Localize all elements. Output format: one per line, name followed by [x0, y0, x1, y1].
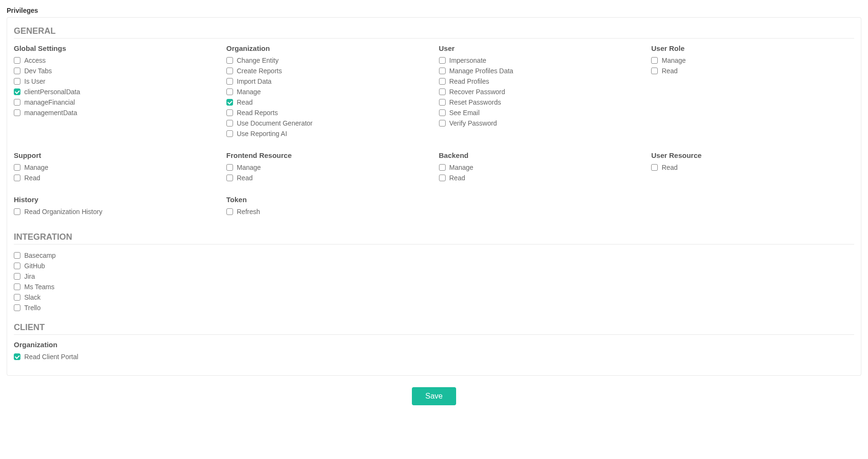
- privilege-checkbox[interactable]: [439, 78, 446, 85]
- privilege-checkbox[interactable]: [14, 175, 20, 181]
- privilege-checkbox[interactable]: [14, 273, 20, 280]
- privilege-row: Use Document Generator: [226, 118, 429, 128]
- group-organization: Organization Change EntityCreate Reports…: [226, 44, 429, 139]
- group-user-role: User Role ManageRead: [651, 44, 854, 139]
- privilege-checkbox[interactable]: [226, 208, 233, 215]
- priv-list: ManageRead: [14, 162, 217, 183]
- privileges-panel: GENERAL Global Settings AccessDev TabsIs…: [7, 17, 861, 376]
- privilege-label: Read: [237, 98, 253, 106]
- privilege-row: GitHub: [14, 261, 854, 271]
- privilege-checkbox[interactable]: [226, 99, 233, 106]
- priv-list: Read Organization History: [14, 206, 217, 217]
- privilege-checkbox[interactable]: [14, 353, 20, 360]
- group-user: User ImpersonateManage Profiles DataRead…: [439, 44, 642, 139]
- privilege-row: Read: [651, 162, 854, 173]
- privilege-row: Recover Password: [439, 87, 642, 97]
- group-title: Backend: [439, 151, 642, 159]
- privilege-row: Impersonate: [439, 55, 642, 66]
- privilege-label: Read Profiles: [449, 78, 489, 85]
- privilege-checkbox[interactable]: [226, 164, 233, 171]
- section-heading-integration: INTEGRATION: [14, 229, 854, 244]
- privilege-checkbox[interactable]: [14, 283, 20, 290]
- privilege-row: Read: [226, 97, 429, 107]
- privilege-checkbox[interactable]: [651, 57, 658, 64]
- privilege-label: Read: [237, 174, 253, 182]
- group-title: User Resource: [651, 151, 854, 159]
- privilege-checkbox[interactable]: [226, 57, 233, 64]
- group-integration: BasecampGitHubJiraMs TeamsSlackTrello: [14, 250, 854, 313]
- general-row-2: Support ManageRead Frontend Resource Man…: [14, 151, 854, 190]
- group-title: Global Settings: [14, 44, 217, 52]
- group-global-settings: Global Settings AccessDev TabsIs Usercli…: [14, 44, 217, 139]
- privilege-row: Read Profiles: [439, 76, 642, 87]
- privilege-checkbox[interactable]: [14, 109, 20, 116]
- privilege-checkbox[interactable]: [226, 130, 233, 137]
- privilege-label: Manage: [237, 164, 261, 171]
- privilege-label: managementData: [24, 109, 77, 117]
- priv-list: Change EntityCreate ReportsImport DataMa…: [226, 55, 429, 139]
- privilege-checkbox[interactable]: [439, 164, 446, 171]
- privilege-checkbox[interactable]: [14, 294, 20, 301]
- privilege-checkbox[interactable]: [226, 68, 233, 74]
- privilege-label: Read Reports: [237, 109, 278, 117]
- privilege-checkbox[interactable]: [226, 88, 233, 95]
- group-user-resource: User Resource Read: [651, 151, 854, 183]
- privilege-checkbox[interactable]: [14, 57, 20, 64]
- section-heading-general: GENERAL: [14, 23, 854, 39]
- priv-list: Refresh: [226, 206, 429, 217]
- privilege-checkbox[interactable]: [439, 109, 446, 116]
- privilege-label: Access: [24, 57, 46, 64]
- privilege-checkbox[interactable]: [439, 88, 446, 95]
- privilege-row: Access: [14, 55, 217, 66]
- privilege-checkbox[interactable]: [439, 120, 446, 127]
- privilege-checkbox[interactable]: [439, 99, 446, 106]
- privilege-label: Trello: [24, 304, 41, 312]
- privilege-checkbox[interactable]: [651, 164, 658, 171]
- privilege-row: Create Reports: [226, 66, 429, 76]
- save-button[interactable]: Save: [412, 387, 456, 405]
- privilege-checkbox[interactable]: [439, 57, 446, 64]
- group-title: Token: [226, 195, 429, 204]
- privilege-row: Read Reports: [226, 107, 429, 118]
- privilege-label: Basecamp: [24, 252, 56, 259]
- privilege-checkbox[interactable]: [14, 88, 20, 95]
- privilege-checkbox[interactable]: [226, 78, 233, 85]
- privilege-checkbox[interactable]: [14, 263, 20, 269]
- privilege-row: Is User: [14, 76, 217, 87]
- privilege-row: Manage: [226, 162, 429, 173]
- privilege-row: Read Client Portal: [14, 352, 854, 362]
- privilege-checkbox[interactable]: [226, 120, 233, 127]
- privilege-checkbox[interactable]: [14, 208, 20, 215]
- privilege-checkbox[interactable]: [14, 164, 20, 171]
- privilege-label: Dev Tabs: [24, 67, 52, 75]
- group-client-organization: Organization Read Client Portal: [14, 341, 854, 362]
- privilege-checkbox[interactable]: [14, 78, 20, 85]
- privilege-label: Read Client Portal: [24, 353, 78, 361]
- privilege-row: Read: [14, 173, 217, 183]
- privilege-row: Manage: [14, 162, 217, 173]
- privilege-label: Manage: [449, 164, 474, 171]
- privilege-row: Read: [651, 66, 854, 76]
- privilege-label: Manage Profiles Data: [449, 67, 514, 75]
- privilege-checkbox[interactable]: [226, 175, 233, 181]
- group-title: Organization: [14, 341, 854, 349]
- privilege-row: Manage Profiles Data: [439, 66, 642, 76]
- privilege-row: managementData: [14, 107, 217, 118]
- privilege-checkbox[interactable]: [14, 99, 20, 106]
- group-history: History Read Organization History: [14, 195, 217, 217]
- privilege-checkbox[interactable]: [14, 68, 20, 74]
- privilege-label: Use Document Generator: [237, 119, 313, 127]
- group-title: Support: [14, 151, 217, 159]
- priv-list: BasecampGitHubJiraMs TeamsSlackTrello: [14, 250, 854, 313]
- group-title: History: [14, 195, 217, 204]
- privilege-checkbox[interactable]: [439, 68, 446, 74]
- privilege-checkbox[interactable]: [226, 109, 233, 116]
- privilege-label: Read Organization History: [24, 208, 102, 215]
- group-title: User: [439, 44, 642, 52]
- privilege-checkbox[interactable]: [651, 68, 658, 74]
- privilege-checkbox[interactable]: [14, 252, 20, 259]
- priv-list: ManageRead: [439, 162, 642, 183]
- privilege-checkbox[interactable]: [14, 304, 20, 311]
- privilege-checkbox[interactable]: [439, 175, 446, 181]
- privilege-label: Read: [662, 164, 677, 171]
